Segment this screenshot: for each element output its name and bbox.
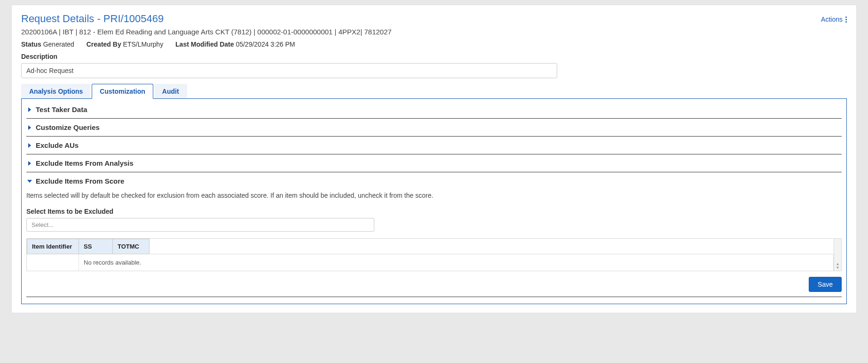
actions-label: Actions <box>821 16 843 23</box>
tab-analysis-options[interactable]: Analysis Options <box>21 84 91 98</box>
breadcrumb: 20200106A | IBT | 812 - Elem Ed Reading … <box>21 28 847 36</box>
accordion-exclude-aus: Exclude AUs <box>26 137 842 154</box>
chevron-right-icon <box>26 142 33 149</box>
status-value: Generated <box>43 40 74 48</box>
customization-panel: Test Taker Data Customize Queries Exclud… <box>21 99 847 304</box>
tab-customization[interactable]: Customization <box>92 84 153 99</box>
exclusion-grid: Item Identifier SS TOTMC No records avai… <box>26 238 842 271</box>
accordion-title: Exclude AUs <box>36 141 79 149</box>
page-title: Request Details - PRI/1005469 <box>21 13 164 25</box>
help-text: Items selected will by default be checke… <box>26 192 842 199</box>
column-filler <box>150 239 834 254</box>
request-details-card: Request Details - PRI/1005469 Actions 20… <box>11 5 857 313</box>
column-totmc[interactable]: TOTMC <box>113 239 150 254</box>
chevron-right-icon <box>26 124 33 131</box>
last-modified-label: Last Modified Date <box>175 40 234 48</box>
save-button[interactable]: Save <box>809 277 842 292</box>
tab-audit[interactable]: Audit <box>154 84 187 98</box>
accordion-exclude-items-score: Exclude Items From Score Items selected … <box>26 172 842 297</box>
accordion-header-exclude-items-score[interactable]: Exclude Items From Score <box>26 177 842 185</box>
accordion-customize-queries: Customize Queries <box>26 119 842 137</box>
no-records-cell: No records available. <box>79 254 834 271</box>
chevron-down-icon <box>26 178 33 185</box>
tab-bar: Analysis Options Customization Audit <box>21 84 847 99</box>
table-row: No records available. <box>27 254 834 271</box>
select-items-multiselect[interactable]: Select... <box>26 218 374 232</box>
status-label: Status <box>21 40 41 48</box>
scroll-down-icon: ▼ <box>836 266 840 270</box>
accordion-header-exclude-aus[interactable]: Exclude AUs <box>26 141 842 149</box>
accordion-header-exclude-items-analysis[interactable]: Exclude Items From Analysis <box>26 159 842 167</box>
meta-row: Status Generated Created By ETS/LMurphy … <box>21 40 847 48</box>
exclude-items-score-body: Items selected will by default be checke… <box>26 185 842 292</box>
actions-menu[interactable]: Actions <box>821 13 847 23</box>
vertical-scrollbar[interactable]: ▲ ▼ <box>834 239 841 271</box>
accordion-title: Customize Queries <box>36 123 100 131</box>
created-by-value: ETS/LMurphy <box>123 40 164 48</box>
select-items-label: Select Items to be Excluded <box>26 208 842 215</box>
accordion-title: Exclude Items From Score <box>36 177 124 185</box>
last-modified-value: 05/29/2024 3:26 PM <box>236 40 295 48</box>
kebab-icon <box>845 16 847 23</box>
description-input[interactable] <box>21 63 557 78</box>
chevron-right-icon <box>26 160 33 167</box>
accordion-header-test-taker-data[interactable]: Test Taker Data <box>26 105 842 113</box>
description-label: Description <box>21 53 847 60</box>
accordion-exclude-items-analysis: Exclude Items From Analysis <box>26 154 842 172</box>
chevron-right-icon <box>26 106 33 113</box>
created-by-label: Created By <box>87 40 121 48</box>
accordion-title: Exclude Items From Analysis <box>36 159 134 167</box>
multiselect-placeholder: Select... <box>32 221 54 228</box>
accordion-test-taker-data: Test Taker Data <box>26 104 842 119</box>
empty-cell <box>27 254 79 271</box>
table-header-row: Item Identifier SS TOTMC <box>27 239 834 254</box>
column-ss[interactable]: SS <box>79 239 113 254</box>
column-item-identifier[interactable]: Item Identifier <box>27 239 79 254</box>
accordion-header-customize-queries[interactable]: Customize Queries <box>26 123 842 131</box>
accordion-title: Test Taker Data <box>36 105 87 113</box>
